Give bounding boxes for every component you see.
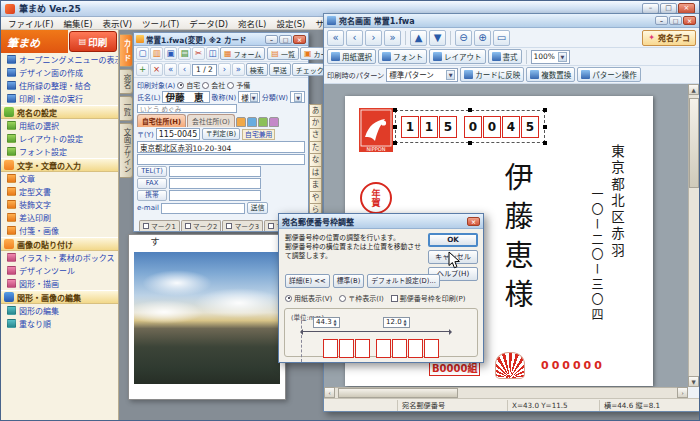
card-window-titlebar[interactable]: 常置1.fwa(変更) ※2 カード – □ × <box>134 33 308 46</box>
next-record-icon[interactable]: › <box>365 30 382 46</box>
preview-tool-button[interactable]: レイアウト <box>429 49 486 64</box>
scroll-down-icon[interactable]: ▼ <box>429 30 446 46</box>
class-select[interactable]: ▼ <box>290 91 305 103</box>
print-target-home[interactable]: 自宅 <box>177 80 200 90</box>
preview-minimize-button[interactable]: – <box>655 16 668 25</box>
preview-titlebar[interactable]: 宛名画面 常置1.fwa – □ × <box>324 14 699 28</box>
kana-index-tab[interactable]: は <box>309 167 322 180</box>
design-window[interactable]: す <box>128 234 286 400</box>
card-maximize-button[interactable]: □ <box>279 35 292 44</box>
sidebar-link[interactable]: 用紙の選択 <box>1 119 118 132</box>
radio-icon[interactable] <box>202 82 209 89</box>
print-target-office[interactable]: 会社 <box>202 80 225 90</box>
name-field[interactable]: 伊藤 恵 <box>162 91 209 103</box>
card-minimize-button[interactable]: – <box>265 35 278 44</box>
selection-handle[interactable] <box>393 141 397 145</box>
card-nav-button[interactable]: 早送 <box>269 63 291 76</box>
sidebar-link[interactable]: フォント設定 <box>1 145 118 158</box>
tab-office-address[interactable]: 会社住所(O) <box>187 114 235 127</box>
print-button[interactable]: ▤ 印刷 <box>69 31 117 52</box>
window-tab[interactable]: 文面デザイン <box>120 123 133 178</box>
selection-handle[interactable] <box>468 141 472 145</box>
selection-handle[interactable] <box>468 108 472 112</box>
preview-tool-button[interactable]: フォント <box>378 49 427 64</box>
sidebar-link[interactable]: 重なり順 <box>1 317 118 330</box>
offset-pitch-field[interactable]: 12.0▲▼ <box>383 317 410 328</box>
preview-close-button[interactable]: × <box>683 16 696 25</box>
sidebar-link[interactable]: 住所録の整理・結合 <box>1 79 118 92</box>
ok-button[interactable]: OK <box>428 233 478 247</box>
new-icon[interactable]: ▢ <box>136 47 149 60</box>
zip-check-button[interactable]: 〒判定(B) <box>202 128 240 140</box>
email-field[interactable] <box>161 203 245 214</box>
checkbox-icon[interactable] <box>391 295 398 302</box>
mark-checkbox-icon[interactable] <box>143 223 149 229</box>
fax-label[interactable]: FAX <box>137 178 167 189</box>
tel-field[interactable] <box>169 166 261 177</box>
kana-index-tab[interactable]: ま <box>309 179 322 192</box>
sidebar-link[interactable]: 図形・描画 <box>1 277 118 290</box>
spinner-icon[interactable]: ▲▼ <box>334 319 337 327</box>
preview-maximize-button[interactable]: □ <box>669 16 682 25</box>
sidebar-link[interactable]: 定型文書 <box>1 185 118 198</box>
tab-joint-names-icon[interactable] <box>236 117 246 127</box>
kana-index-tab[interactable]: あ <box>309 104 322 117</box>
menu-item[interactable]: 設定(S) <box>271 17 310 29</box>
window-tab[interactable]: カード <box>120 34 133 67</box>
sidebar-link[interactable]: 図形の編集 <box>1 304 118 317</box>
kana-field[interactable]: いとう めぐみ <box>137 104 237 113</box>
address2-field[interactable] <box>137 154 305 165</box>
kana-index-tab[interactable]: さ <box>309 129 322 142</box>
send-button[interactable]: 送信 <box>247 202 269 214</box>
fax-field[interactable] <box>169 178 261 189</box>
nenga-stamp[interactable]: NIPPON <box>359 108 393 152</box>
card-close-button[interactable]: × <box>293 35 306 44</box>
selection-handle[interactable] <box>543 141 547 145</box>
scroll-down-arrow[interactable]: ▼ <box>688 376 699 387</box>
print-icon[interactable]: ▤ <box>178 47 191 60</box>
radio-icon[interactable] <box>227 82 234 89</box>
prev-record-icon[interactable]: ‹ <box>346 30 363 46</box>
address-field[interactable]: 東京都北区赤羽10-20-304 <box>137 141 305 153</box>
menu-item[interactable]: 宛名(L) <box>233 17 271 29</box>
print-target-spare[interactable]: 予備 <box>227 80 250 90</box>
kana-index-tab[interactable]: や <box>309 192 322 205</box>
pattern-action-button[interactable]: パターン操作 <box>577 67 641 82</box>
first-record-icon[interactable]: « <box>327 30 344 46</box>
pattern-action-button[interactable]: カードに反映 <box>460 67 524 82</box>
offset-left-field[interactable]: 44.3▲▼ <box>313 317 340 328</box>
scroll-right-arrow[interactable]: › <box>677 387 688 398</box>
sidebar-link[interactable]: 付箋・画像 <box>1 224 118 237</box>
tab-image-icon[interactable] <box>269 117 279 127</box>
tab-home-address[interactable]: 自宅住所(H) <box>137 114 186 127</box>
vertical-scrollbar[interactable]: ▲ ▼ <box>688 84 699 387</box>
menu-item[interactable]: 表示(V) <box>98 17 137 29</box>
scroll-thumb[interactable] <box>338 388 458 398</box>
last-record-icon[interactable]: » <box>384 30 401 46</box>
horizontal-scrollbar[interactable]: ‹ › <box>324 387 688 398</box>
pattern-action-button[interactable]: 複数置換 <box>526 67 575 82</box>
selection-handle[interactable] <box>543 125 547 129</box>
form-button[interactable]: ▦ フォーム <box>220 47 265 60</box>
scroll-thumb[interactable] <box>689 98 699 188</box>
recipient-address-line2[interactable]: 一〇ー二〇ー三〇四 <box>588 188 605 323</box>
menu-item[interactable]: ツール(T) <box>137 17 184 29</box>
kana-index-tab[interactable]: な <box>309 154 322 167</box>
list-view-button[interactable]: ▤ 一覧 <box>267 47 299 60</box>
paper-view-radio[interactable]: 用紙表示(V) <box>285 293 332 303</box>
tab-history-icon[interactable] <box>258 117 268 127</box>
menu-item[interactable]: データ(D) <box>184 17 233 29</box>
zoom-out-icon[interactable]: ⊖ <box>455 30 472 46</box>
mobile-field[interactable] <box>169 190 261 201</box>
next-card-icon[interactable]: › <box>218 63 231 76</box>
postal-code-frames[interactable]: 1150045 <box>401 116 540 138</box>
preview-tool-button[interactable]: 書式 <box>488 49 522 64</box>
recipient-name[interactable]: 伊藤恵様 <box>495 162 537 318</box>
add-card-icon[interactable]: + <box>136 63 149 76</box>
mark-checkbox-icon[interactable] <box>268 223 274 229</box>
default-settings-button[interactable]: デフォルト設定(D)... <box>367 274 440 288</box>
design-photo[interactable] <box>134 252 280 384</box>
standard-button[interactable]: 標準(B) <box>333 274 365 288</box>
honorific-select[interactable]: 様▼ <box>238 91 260 103</box>
detail-button[interactable]: 詳細(E) << <box>285 274 330 288</box>
